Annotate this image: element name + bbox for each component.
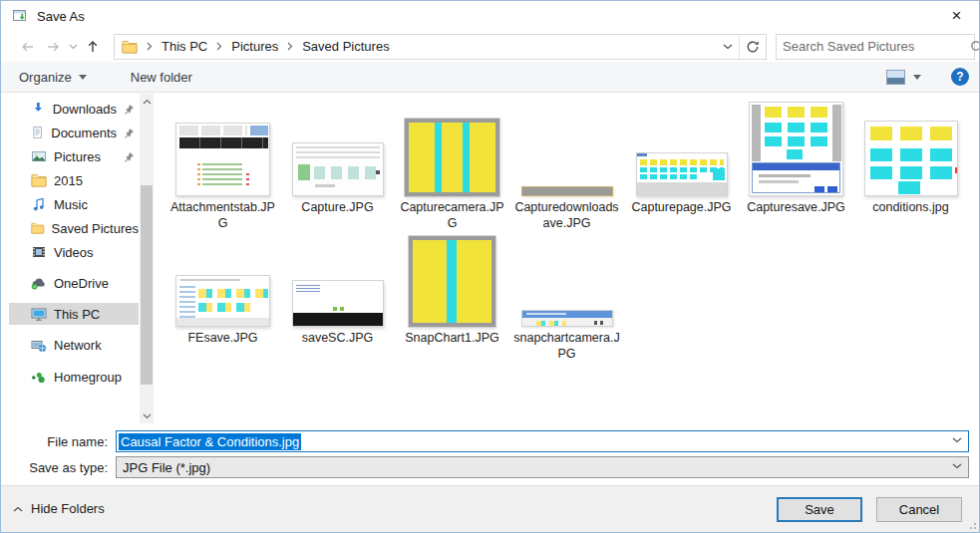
forward-button[interactable] (40, 34, 66, 60)
navigation-pane: Downloads Documents Pictures 2015 Music … (1, 94, 156, 423)
picture-icon (31, 148, 47, 164)
file-item[interactable]: Capture.JPG (280, 96, 395, 231)
thumbnail-dialog-detail (752, 162, 840, 193)
file-item[interactable]: FEsave.JPG (165, 231, 280, 362)
new-folder-label: New folder (131, 70, 192, 85)
network-icon (31, 338, 47, 353)
breadcrumb-pictures[interactable]: Pictures (225, 35, 284, 59)
sidebar-item-onedrive[interactable]: OneDrive (9, 272, 139, 294)
sidebar-item-pictures[interactable]: Pictures (9, 145, 139, 167)
sidebar-item-label: Saved Pictures (52, 221, 139, 236)
sidebar-item-this-pc[interactable]: This PC (9, 303, 139, 325)
video-icon (31, 244, 47, 260)
change-view-icon[interactable] (886, 70, 905, 85)
file-name-label: conditions.jpg (856, 199, 966, 215)
file-item[interactable]: Capturepage.JPG (624, 96, 739, 231)
search-input[interactable] (777, 36, 964, 58)
file-name-input[interactable]: Causal Factor & Conditions.jpg (116, 430, 969, 452)
file-item[interactable]: Capturedownloadsave.JPG (509, 96, 624, 231)
sidebar-item-network[interactable]: Network (9, 334, 139, 356)
sidebar-item-2015[interactable]: 2015 (9, 169, 139, 191)
file-row: FEsave.JPG saveSC.JPG SnapChart1.JPG sna… (165, 231, 973, 362)
file-list: Attachmentstab.JPG Capture.JPG Captureca… (165, 96, 973, 362)
back-button[interactable] (14, 34, 40, 60)
folder-icon (31, 221, 45, 235)
sidebar-item-downloads[interactable]: Downloads (9, 98, 139, 120)
file-thumbnail (405, 119, 499, 196)
sidebar-item-documents[interactable]: Documents (9, 122, 139, 143)
address-bar[interactable]: This PC Pictures Saved Pictures (114, 34, 767, 60)
sidebar-item-label: Music (54, 197, 88, 212)
scroll-down-icon[interactable] (140, 408, 154, 423)
view-dropdown-caret[interactable] (913, 75, 921, 80)
file-thumbnail (636, 152, 728, 196)
sidebar-item-label: Downloads (53, 102, 117, 117)
cancel-button[interactable]: Cancel (876, 497, 962, 522)
breadcrumb-chevron[interactable] (213, 42, 225, 51)
close-button[interactable]: × (934, 1, 979, 30)
file-name-label: snapchartcamera.JPG (512, 330, 622, 362)
file-item[interactable]: SnapChart1.JPG (395, 231, 509, 362)
hide-folders-button[interactable]: Hide Folders (13, 501, 105, 516)
sidebar-item-label: 2015 (54, 173, 83, 188)
pin-icon (124, 128, 135, 138)
dialog-footer: Hide Folders Save Cancel (1, 485, 979, 532)
sidebar-item-homegroup[interactable]: Homegroup (9, 366, 139, 388)
file-name-field-label: File name: (1, 434, 116, 449)
file-item[interactable]: Capturecamera.JPG (395, 96, 509, 231)
file-item[interactable]: saveSC.JPG (280, 231, 395, 362)
save-as-type-select[interactable]: JPG File (*.jpg) (116, 456, 969, 478)
help-button[interactable]: ? (951, 68, 969, 86)
close-icon: × (952, 6, 962, 26)
save-as-type-dropdown-icon[interactable] (952, 463, 962, 469)
file-thumbnail (175, 123, 270, 196)
save-as-dialog-icon (12, 8, 28, 24)
folder-icon (31, 173, 47, 187)
sidebar-item-label: Pictures (54, 149, 101, 164)
file-item[interactable]: Capturesave.JPG (739, 96, 853, 231)
hide-folders-label: Hide Folders (31, 501, 105, 516)
save-button[interactable]: Save (777, 497, 862, 522)
file-thumbnail (521, 310, 613, 327)
refresh-button[interactable] (740, 35, 766, 59)
window-title: Save As (37, 9, 85, 24)
document-icon (31, 125, 44, 140)
file-name-label: FEsave.JPG (168, 330, 278, 346)
chevron-down-icon (69, 44, 78, 50)
caret-down-icon (79, 75, 87, 80)
search-box[interactable] (776, 34, 975, 60)
recent-locations-button[interactable] (66, 34, 80, 60)
file-item[interactable]: conditions.jpg (853, 96, 968, 231)
file-name-label: Capturedownloadsave.JPG (512, 199, 622, 231)
file-item[interactable]: snapchartcamera.JPG (509, 231, 624, 362)
forward-icon (45, 39, 62, 55)
sidebar-scrollbar[interactable] (140, 94, 154, 423)
breadcrumb-chevron[interactable] (144, 42, 156, 51)
up-button[interactable] (80, 34, 106, 60)
sidebar-item-videos[interactable]: Videos (9, 241, 139, 263)
file-item[interactable]: Attachmentstab.JPG (165, 96, 280, 231)
file-name-dropdown-icon[interactable] (952, 437, 962, 443)
title-bar: Save As (1, 1, 979, 31)
scrollbar-thumb[interactable] (141, 185, 153, 385)
sidebar-item-saved-pictures[interactable]: Saved Pictures (9, 217, 139, 239)
organize-button[interactable]: Organize (19, 70, 87, 85)
sidebar-item-music[interactable]: Music (9, 193, 139, 215)
sidebar-item-label: Network (54, 338, 102, 353)
breadcrumb-chevron[interactable] (284, 42, 296, 51)
new-folder-button[interactable]: New folder (131, 70, 192, 85)
breadcrumb-this-pc[interactable]: This PC (156, 35, 213, 59)
download-icon (31, 101, 46, 117)
file-thumbnail (409, 236, 495, 327)
save-as-type-value: JPG File (*.jpg) (123, 460, 210, 475)
save-as-type-row: Save as type: JPG File (*.jpg) (1, 456, 980, 478)
up-arrow-icon (85, 38, 101, 55)
scroll-up-icon[interactable] (140, 94, 154, 109)
chevron-up-icon (13, 506, 23, 512)
address-dropdown-button[interactable] (717, 44, 739, 50)
resize-grip[interactable] (966, 519, 976, 529)
file-thumbnail (292, 280, 384, 327)
breadcrumb-saved-pictures[interactable]: Saved Pictures (296, 35, 395, 59)
search-icon[interactable] (964, 40, 980, 54)
chevron-down-icon (723, 44, 733, 50)
